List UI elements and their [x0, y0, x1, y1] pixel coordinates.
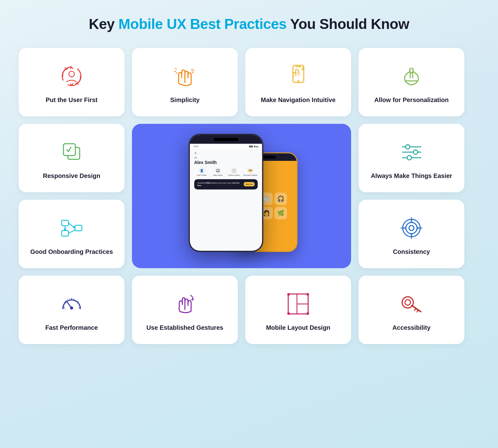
svg-point-21: [406, 222, 417, 234]
menu-item-3: 💳 Payment method: [243, 167, 258, 176]
phone-container: 9:41 ▮▮▮ ◀ ▬ ✕ Hi Alex Smith 👤 User Prof…: [192, 134, 291, 258]
phone-main: 9:41 ▮▮▮ ◀ ▬ ✕ Hi Alex Smith 👤 User Prof…: [189, 134, 263, 252]
svg-rect-3: [295, 66, 301, 67]
card-use-gestures: Use Established Gestures: [132, 276, 238, 344]
phone-menu-grid: 👤 User Profile 🎧 Help center 📋 Orders hi…: [194, 167, 258, 176]
svg-point-7: [410, 70, 411, 71]
phone-touch-icon: [284, 62, 312, 90]
svg-rect-19: [75, 225, 82, 231]
svg-line-40: [415, 308, 416, 310]
card-fast-performance: Fast Performance: [19, 276, 125, 344]
main-grid: Put the User First Simplicity: [19, 48, 479, 344]
phone-greeting: Hi: [194, 156, 258, 159]
card-label-put-user-first: Put the User First: [46, 96, 98, 104]
title-prefix: Key: [89, 16, 118, 32]
svg-rect-36: [307, 312, 309, 315]
menu-item-1: 🎧 Help center: [210, 167, 225, 176]
sliders-icon: [397, 138, 425, 166]
card-consistency: Consistency: [359, 200, 464, 268]
phone-time: 9:41: [194, 145, 199, 148]
hands-heart-icon: [397, 62, 425, 90]
card-label-responsive-design: Responsive Design: [43, 172, 101, 180]
svg-point-22: [409, 226, 414, 231]
card-label-use-gestures: Use Established Gestures: [147, 324, 223, 332]
card-simplicity: Simplicity: [132, 48, 238, 116]
swipe-gesture-icon: [171, 290, 199, 318]
title-highlight: Mobile UX Best Practices: [118, 16, 286, 32]
phone-name: Alex Smith: [194, 160, 258, 165]
svg-point-20: [403, 219, 420, 237]
phone-close-btn: ✕: [194, 152, 258, 155]
card-mobile-layout: Mobile Layout Design: [245, 276, 351, 344]
svg-rect-34: [307, 293, 309, 296]
card-make-navigation: Make Navigation Intuitive: [245, 48, 351, 116]
svg-rect-35: [287, 312, 290, 315]
svg-rect-33: [287, 293, 290, 296]
layout-grid-icon: [284, 290, 312, 318]
card-put-user-first: Put the User First: [19, 48, 125, 116]
hand-gesture-icon: [171, 62, 199, 90]
svg-rect-17: [62, 220, 68, 226]
card-label-make-navigation: Make Navigation Intuitive: [261, 96, 336, 104]
key-icon: [397, 290, 425, 318]
card-allow-personalization: Allow for Personalization: [359, 48, 464, 116]
svg-point-8: [412, 70, 413, 71]
card-label-consistency: Consistency: [393, 248, 430, 256]
target-arrows-icon: [397, 214, 425, 242]
svg-point-15: [413, 150, 418, 154]
card-good-onboarding: Good Onboarding Practices: [19, 200, 125, 268]
card-label-mobile-layout: Mobile Layout Design: [266, 324, 331, 332]
title-suffix: You Should Know: [287, 16, 409, 32]
svg-point-1: [69, 71, 74, 77]
svg-point-37: [402, 297, 413, 308]
phone-promo: Unlimited FREE delivery and much more! J…: [194, 179, 258, 189]
svg-point-4: [298, 81, 299, 82]
phone-promo-btn: Save now: [244, 182, 255, 186]
card-label-good-onboarding: Good Onboarding Practices: [30, 248, 113, 256]
svg-point-16: [407, 156, 411, 160]
card-accessibility: Accessibility: [359, 276, 464, 344]
card-label-allow-personalization: Allow for Personalization: [374, 96, 449, 104]
speedometer-icon: [58, 290, 86, 318]
card-label-simplicity: Simplicity: [170, 96, 200, 104]
user-circle-arrows-icon: [58, 62, 86, 90]
menu-item-0: 👤 User Profile: [194, 167, 209, 176]
menu-item-2: 📋 Orders history: [227, 167, 242, 176]
page-title: Key Mobile UX Best Practices You Should …: [89, 16, 409, 32]
card-label-accessibility: Accessibility: [392, 324, 430, 332]
card-responsive-design: Responsive Design: [19, 124, 125, 192]
card-always-easier: Always Make Things Easier: [359, 124, 464, 192]
phone-status-icons: ▮▮▮ ◀ ▬: [249, 145, 258, 148]
checkbox-devices-icon: [58, 138, 86, 166]
flowchart-icon: [58, 214, 86, 242]
svg-point-14: [406, 145, 410, 149]
svg-point-29: [70, 306, 73, 310]
card-label-fast-performance: Fast Performance: [45, 324, 98, 332]
svg-point-38: [405, 300, 411, 305]
card-label-always-easier: Always Make Things Easier: [371, 172, 452, 180]
svg-rect-18: [62, 231, 68, 236]
phone-mockup-container: 9:41 ▮▮▮ ◀ ▬ ✕ Hi Alex Smith 👤 User Prof…: [132, 124, 351, 268]
svg-line-39: [412, 306, 421, 312]
